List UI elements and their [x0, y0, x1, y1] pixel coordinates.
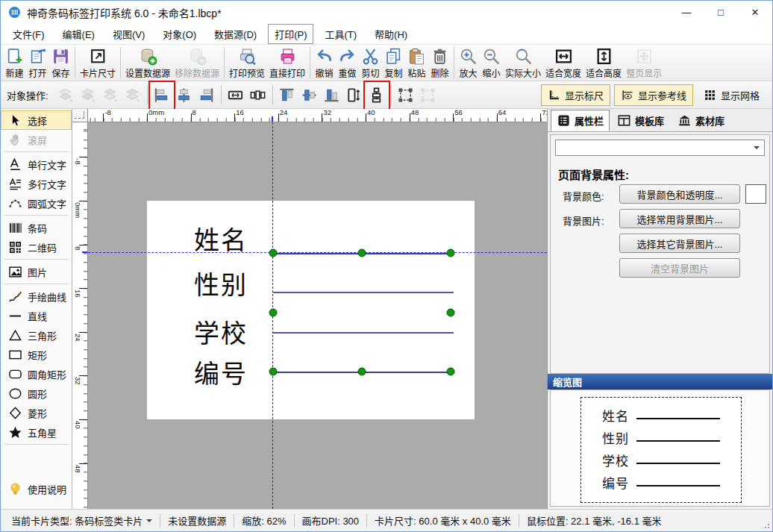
- resize-grip[interactable]: [761, 520, 771, 530]
- maximize-button[interactable]: □: [704, 1, 738, 24]
- send-to-back-icon: [124, 87, 141, 104]
- redo-button[interactable]: 重做: [336, 46, 359, 81]
- align-left-button[interactable]: [151, 84, 173, 106]
- selection-handle[interactable]: [447, 368, 455, 376]
- tool-text-multi[interactable]: 多行文字: [1, 174, 72, 193]
- tool-circle[interactable]: 圆形: [1, 384, 72, 403]
- save-button[interactable]: 保存: [49, 46, 72, 81]
- tool-curve[interactable]: 手绘曲线: [1, 287, 72, 306]
- tool-diamond[interactable]: 菱形: [1, 403, 72, 422]
- selection-handle[interactable]: [269, 368, 278, 376]
- paste-button[interactable]: 粘贴: [405, 46, 428, 81]
- tool-text-single[interactable]: 单行文字: [1, 154, 72, 174]
- selection-handle[interactable]: [358, 368, 366, 376]
- card-field-text[interactable]: 性别: [194, 272, 248, 299]
- text-arc-icon: [8, 196, 22, 210]
- tool-qrcode[interactable]: 二维码: [1, 237, 72, 257]
- ruler-label: 56: [454, 109, 463, 116]
- group-button[interactable]: [395, 84, 417, 106]
- zoom-out-icon: [482, 47, 501, 66]
- tool-barcode-label: 条码: [28, 221, 47, 235]
- delete-button[interactable]: 删除: [428, 46, 451, 81]
- tool-rrect[interactable]: 圆角矩形: [1, 364, 72, 384]
- card-size-button[interactable]: 卡片尺寸: [78, 46, 118, 81]
- menu-item-2[interactable]: 编辑(E): [56, 24, 101, 44]
- circle-icon: [8, 387, 22, 401]
- print-preview-button[interactable]: 打印预览: [227, 46, 267, 81]
- card-field-text[interactable]: 学校: [194, 320, 248, 348]
- card-field-line[interactable]: [273, 332, 454, 334]
- bg-other-image-button[interactable]: 选择其它背景图片...: [619, 234, 740, 253]
- menu-item-6[interactable]: 打印(P): [268, 24, 313, 44]
- same-width-button[interactable]: [225, 84, 247, 106]
- toggle-ruler[interactable]: 显示标尺: [541, 84, 610, 106]
- card-field-text[interactable]: 姓名: [194, 227, 248, 254]
- status-text: 卡片尺寸: 60.0 毫米 x 40.0 毫米: [375, 513, 511, 528]
- tool-star[interactable]: 五角星: [1, 422, 72, 442]
- align-hcenter-button[interactable]: [173, 84, 195, 106]
- menu-item-1[interactable]: 文件(F): [6, 24, 51, 44]
- tool-barcode[interactable]: 条码: [1, 218, 72, 237]
- close-button[interactable]: ✕: [738, 1, 772, 24]
- tab-模板库[interactable]: 模板库: [611, 110, 670, 131]
- zoom-in-button[interactable]: 放大: [457, 46, 480, 81]
- fit-height-button[interactable]: 适合高度: [583, 46, 624, 81]
- menu-item-8[interactable]: 帮助(H): [368, 24, 414, 44]
- fit-width-button[interactable]: 适合宽度: [543, 46, 583, 81]
- menu-item-5[interactable]: 数据源(D): [207, 24, 263, 44]
- align-right-button[interactable]: [195, 84, 218, 106]
- new-button[interactable]: 新建: [3, 46, 26, 81]
- tool-triangle[interactable]: 三角形: [1, 325, 72, 345]
- align-vcenter-button[interactable]: [298, 84, 321, 106]
- cut-button[interactable]: 剪切: [359, 46, 382, 81]
- h-equal-space-icon: [249, 87, 266, 104]
- toggle-grid[interactable]: 显示网格: [697, 84, 766, 106]
- align-bottom-button[interactable]: [321, 84, 343, 106]
- menu-item-7[interactable]: 工具(T): [318, 24, 363, 44]
- object-ops-buttons: [54, 84, 439, 106]
- bg-color-swatch[interactable]: [745, 184, 766, 204]
- status-item-1[interactable]: 当前卡片类型: 条码标签类卡片: [4, 513, 160, 528]
- tool-line[interactable]: 直线: [1, 306, 72, 325]
- menu-item-4[interactable]: 对象(O): [156, 24, 203, 44]
- bg-color-button[interactable]: 背景颜色和透明度...: [619, 184, 740, 204]
- usage-help-button[interactable]: 使用说明: [1, 479, 72, 498]
- toggle-guide[interactable]: 显示参考线: [614, 84, 693, 106]
- redo-label: 重做: [339, 66, 357, 79]
- bg-image-button[interactable]: 选择常用背景图片...: [619, 209, 740, 228]
- v-equal-space-button[interactable]: [366, 84, 388, 106]
- tool-text-arc[interactable]: 圆弧文字: [1, 193, 72, 213]
- toggle-guide-label: 显示参考线: [638, 88, 686, 102]
- save-label: 保存: [51, 66, 69, 79]
- h-equal-space-button[interactable]: [247, 84, 269, 106]
- zoom-out-button[interactable]: 缩小: [480, 46, 503, 81]
- design-canvas[interactable]: 姓名性别学校编号: [88, 122, 547, 509]
- zoom-actual-button[interactable]: 实际大小: [503, 46, 543, 81]
- selection-handle[interactable]: [358, 249, 366, 257]
- tool-text-arc-label: 圆弧文字: [28, 196, 66, 210]
- object-select-combo[interactable]: [555, 140, 765, 156]
- minimize-button[interactable]: —: [669, 1, 704, 24]
- selection-handle[interactable]: [447, 249, 455, 257]
- align-top-button[interactable]: [276, 84, 298, 106]
- tab-属性栏[interactable]: 属性栏: [551, 110, 610, 131]
- toolbar-separator: [272, 85, 273, 104]
- tab-素材库[interactable]: 素材库: [672, 110, 730, 131]
- selection-handle[interactable]: [447, 308, 455, 316]
- tool-rect[interactable]: 矩形: [1, 345, 72, 364]
- panel-tabs: 属性栏模板库素材库: [548, 109, 772, 132]
- copy-button[interactable]: 复制: [382, 46, 405, 81]
- card-field-text[interactable]: 编号: [194, 360, 248, 388]
- menu-item-3[interactable]: 视图(V): [106, 24, 151, 44]
- undo-button[interactable]: 撤销: [313, 46, 336, 81]
- selection-handle[interactable]: [269, 249, 278, 257]
- db-add-button[interactable]: 设置数据源: [123, 46, 172, 81]
- group-icon: [397, 87, 414, 104]
- tool-select-cursor[interactable]: 选择: [1, 110, 72, 130]
- same-height-button[interactable]: [343, 84, 366, 106]
- selection-handle[interactable]: [269, 308, 278, 316]
- card-field-line[interactable]: [273, 292, 454, 293]
- open-button[interactable]: 打开: [26, 46, 49, 81]
- tool-image[interactable]: 图片: [1, 262, 72, 281]
- print-direct-button[interactable]: 直接打印: [267, 46, 307, 81]
